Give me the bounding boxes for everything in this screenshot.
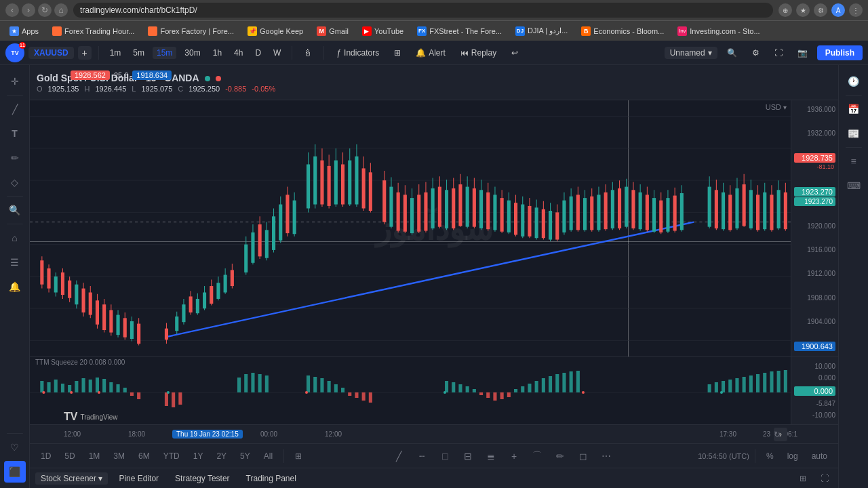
address-bar[interactable]: tradingview.com/chart/bCk1ftpD/ <box>73 3 773 18</box>
bookmark-djia[interactable]: DJ DJIA | اردو... <box>511 25 572 37</box>
strategy-tester-button[interactable]: Strategy Tester <box>170 472 235 485</box>
indicator-name: TTM Squeeze <box>35 359 78 366</box>
menu-icon[interactable]: ⋮ <box>849 3 863 17</box>
add-symbol-button[interactable]: + <box>78 46 92 60</box>
publish-button[interactable]: Publish <box>817 45 863 60</box>
watchlist-btn[interactable]: ☰ <box>4 251 26 273</box>
period-1m[interactable]: 1M <box>83 450 106 462</box>
home-nav-btn[interactable]: ⌂ <box>4 227 26 249</box>
bookmark-forex-factory[interactable]: Forex Factory | Fore... <box>144 25 238 37</box>
brush-draw-tool[interactable]: ✏ <box>551 447 570 466</box>
search-button[interactable]: 🔍 <box>722 47 743 59</box>
timeframe-1h[interactable]: 1h <box>209 47 226 59</box>
symbol-selector[interactable]: XAUUSD <box>28 47 74 59</box>
time-scale-refresh-icon[interactable]: ↻ <box>770 428 784 441</box>
timeframe-d[interactable]: D <box>251 47 265 59</box>
price-tag-blue[interactable]: 1918.634 <box>132 70 172 80</box>
parallel-tool[interactable]: ⊟ <box>458 447 477 466</box>
price-inputs-row: 1928.562 25.6 1918.634 <box>71 70 172 80</box>
alert-button[interactable]: 🔔 Alert <box>410 47 451 59</box>
layout-icon-btn[interactable]: ⊞ <box>795 470 811 487</box>
period-5y[interactable]: 5Y <box>235 450 256 462</box>
chart-type-selector[interactable]: 🕯 <box>299 46 317 60</box>
multi-chart-button[interactable]: ⊞ <box>389 47 406 59</box>
svg-rect-224 <box>165 392 168 406</box>
crosshair-tool[interactable]: ✛ <box>4 70 26 92</box>
trend-line-tool[interactable]: ╱ <box>4 98 26 120</box>
bookmark-gmail[interactable]: M Gmail <box>313 25 353 37</box>
right-clock-btn[interactable]: 🕐 <box>843 70 865 92</box>
percent-toggle[interactable]: % <box>761 450 779 462</box>
extension-icon-3[interactable]: ⚙ <box>814 3 827 17</box>
bookmark-forex-hours[interactable]: Forex Trading Hour... <box>48 25 138 37</box>
bookmark-bloomberg[interactable]: B Economics - Bloom... <box>577 25 668 37</box>
bookmark-fxstreet[interactable]: FX FXStreet - The Fore... <box>413 25 506 37</box>
brush-tool[interactable]: ✏ <box>4 147 26 169</box>
chart-canvas[interactable]: USD ▾ سودآموز <box>30 100 838 357</box>
layout-name-selector[interactable]: Unnamed ▾ <box>665 47 717 59</box>
fullscreen-button[interactable]: ⛶ <box>769 47 788 59</box>
period-2y[interactable]: 2Y <box>211 450 232 462</box>
period-1d[interactable]: 1D <box>35 450 56 462</box>
profile-icon[interactable]: A <box>831 3 845 17</box>
active-highlight-btn[interactable]: ⬛ <box>4 461 26 483</box>
timeframe-5m[interactable]: 5m <box>129 47 149 59</box>
log-toggle[interactable]: log <box>782 450 804 462</box>
auto-toggle[interactable]: auto <box>806 450 833 462</box>
fullscreen-status-btn[interactable]: ⛶ <box>816 470 833 487</box>
extension-icon-1[interactable]: ⊕ <box>778 3 792 17</box>
back-button[interactable]: ‹ <box>5 3 19 17</box>
timeframe-w[interactable]: W <box>269 47 285 59</box>
chart-area[interactable]: Gold Spot / U.S. Dollar · 15 · OANDA O 1… <box>30 65 838 443</box>
svg-point-278 <box>305 391 308 394</box>
period-3m[interactable]: 3M <box>108 450 130 462</box>
line-tool[interactable]: ╱ <box>389 447 408 466</box>
refresh-button[interactable]: ↻ <box>38 3 52 17</box>
right-calendar-btn[interactable]: 📅 <box>843 98 865 120</box>
extension-icon-2[interactable]: ★ <box>796 3 810 17</box>
timeframe-30m[interactable]: 30m <box>180 47 204 59</box>
bookmark-google-keep[interactable]: 📌 Google Keep <box>243 25 307 37</box>
replay-button[interactable]: ⏮ Replay <box>455 47 502 59</box>
arc-tool[interactable]: ⌒ <box>528 447 547 466</box>
indicators-button[interactable]: ƒ Indicators <box>331 47 384 59</box>
pine-editor-button[interactable]: Pine Editor <box>113 472 164 485</box>
period-6m[interactable]: 6M <box>133 450 155 462</box>
cross-tool[interactable]: + <box>505 447 524 466</box>
more-tools[interactable]: ⋯ <box>597 447 616 466</box>
alerts-sidebar-btn[interactable]: 🔔 <box>4 276 26 298</box>
right-hotkeys-btn[interactable]: ⌨ <box>843 175 865 197</box>
bookmark-apps[interactable]: ★ Apps <box>5 25 43 37</box>
home-button[interactable]: ⌂ <box>54 3 68 17</box>
eraser-tool[interactable]: ◻ <box>574 447 593 466</box>
timeframe-4h[interactable]: 4h <box>230 47 247 59</box>
timeframe-15m[interactable]: 15m <box>153 47 176 59</box>
right-news-btn[interactable]: 📰 <box>843 123 865 144</box>
period-1y[interactable]: 1Y <box>188 450 209 462</box>
svg-rect-231 <box>265 375 269 392</box>
heart-btn[interactable]: ♡ <box>4 436 26 458</box>
forward-button[interactable]: › <box>22 3 35 17</box>
shapes-tool[interactable]: ◇ <box>4 171 26 193</box>
trading-panel-button[interactable]: Trading Panel <box>241 472 302 485</box>
stock-screener-button[interactable]: Stock Screener ▾ <box>35 472 108 485</box>
right-depth-btn[interactable]: ≡ <box>843 150 865 172</box>
price-tag-red[interactable]: 1928.562 <box>71 70 110 80</box>
camera-button[interactable]: 📷 <box>792 47 813 59</box>
ray-tool[interactable]: ╌ <box>412 447 431 466</box>
bookmark-investing[interactable]: Inv Investing.com - Sto... <box>673 25 764 37</box>
tv-logo[interactable]: TV 11 <box>5 43 24 62</box>
settings-button[interactable]: ⚙ <box>747 47 765 59</box>
price-level-1932: 1932.000 <box>794 129 835 137</box>
period-5d[interactable]: 5D <box>59 450 80 462</box>
bookmark-youtube[interactable]: ▶ YouTube <box>358 25 408 37</box>
period-all[interactable]: All <box>258 450 278 462</box>
undo-button[interactable]: ↩ <box>506 47 524 59</box>
text-tool[interactable]: T <box>4 123 26 144</box>
period-ytd[interactable]: YTD <box>158 450 185 462</box>
compare-button[interactable]: ⊞ <box>290 450 307 462</box>
zoom-tool[interactable]: 🔍 <box>4 199 26 221</box>
fib-tool[interactable]: ≣ <box>481 447 500 466</box>
timeframe-1m[interactable]: 1m <box>106 47 125 59</box>
rect-tool[interactable]: □ <box>435 447 454 466</box>
